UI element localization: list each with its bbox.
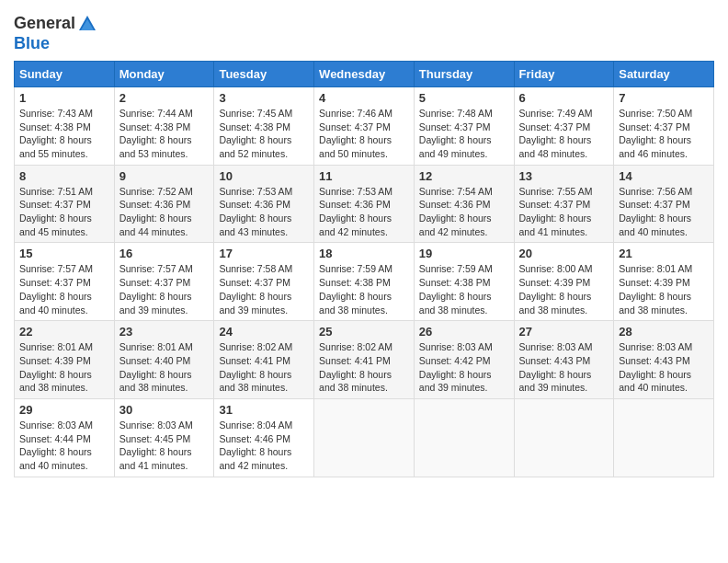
- day-number: 30: [119, 403, 210, 417]
- cell-content: Sunrise: 7:53 AMSunset: 4:36 PMDaylight:…: [219, 186, 292, 237]
- day-number: 11: [319, 169, 409, 183]
- calendar-cell: 31Sunrise: 8:04 AMSunset: 4:46 PMDayligh…: [214, 398, 314, 477]
- day-number: 13: [519, 169, 609, 183]
- cell-content: Sunrise: 8:00 AMSunset: 4:39 PMDaylight:…: [519, 263, 593, 315]
- day-number: 7: [619, 91, 709, 105]
- cell-content: Sunrise: 7:57 AMSunset: 4:37 PMDaylight:…: [119, 263, 193, 315]
- day-number: 29: [19, 403, 109, 417]
- cell-content: Sunrise: 7:44 AMSunset: 4:38 PMDaylight:…: [119, 108, 193, 159]
- cell-content: Sunrise: 8:02 AMSunset: 4:41 PMDaylight:…: [219, 341, 292, 393]
- day-number: 25: [319, 325, 409, 339]
- day-number: 6: [519, 91, 609, 105]
- cell-content: Sunrise: 7:55 AMSunset: 4:37 PMDaylight:…: [519, 186, 593, 237]
- logo-blue: Blue: [14, 34, 97, 53]
- cell-content: Sunrise: 7:51 AMSunset: 4:37 PMDaylight:…: [19, 186, 93, 237]
- calendar-cell: 25Sunrise: 8:02 AMSunset: 4:41 PMDayligh…: [314, 321, 415, 399]
- logo-text: General Blue: [14, 14, 97, 53]
- cell-content: Sunrise: 8:03 AMSunset: 4:43 PMDaylight:…: [619, 341, 692, 393]
- calendar-cell: 2Sunrise: 7:44 AMSunset: 4:38 PMDaylight…: [114, 86, 214, 165]
- calendar-cell: 28Sunrise: 8:03 AMSunset: 4:43 PMDayligh…: [614, 321, 714, 399]
- calendar-week-1: 1Sunrise: 7:43 AMSunset: 4:38 PMDaylight…: [15, 86, 714, 165]
- header: General Blue: [14, 9, 714, 53]
- calendar-cell: 11Sunrise: 7:53 AMSunset: 4:36 PMDayligh…: [314, 165, 415, 243]
- cell-content: Sunrise: 7:59 AMSunset: 4:38 PMDaylight:…: [319, 263, 392, 315]
- cell-content: Sunrise: 8:03 AMSunset: 4:42 PMDaylight:…: [419, 341, 493, 393]
- day-number: 19: [419, 247, 509, 260]
- calendar-week-3: 15Sunrise: 7:57 AMSunset: 4:37 PMDayligh…: [15, 243, 714, 321]
- calendar-cell: 12Sunrise: 7:54 AMSunset: 4:36 PMDayligh…: [414, 165, 514, 243]
- cell-content: Sunrise: 7:57 AMSunset: 4:37 PMDaylight:…: [19, 263, 93, 315]
- calendar-cell: 27Sunrise: 8:03 AMSunset: 4:43 PMDayligh…: [514, 321, 614, 399]
- day-number: 16: [119, 247, 210, 260]
- calendar-cell: 4Sunrise: 7:46 AMSunset: 4:37 PMDaylight…: [314, 86, 415, 165]
- day-number: 31: [219, 403, 309, 417]
- calendar-cell: 7Sunrise: 7:50 AMSunset: 4:37 PMDaylight…: [614, 86, 714, 165]
- main-container: General Blue SundayMondayTuesdayWednesda…: [0, 0, 728, 487]
- day-number: 4: [319, 91, 409, 105]
- day-number: 8: [19, 169, 109, 183]
- calendar-cell: [514, 398, 614, 477]
- day-number: 5: [419, 91, 509, 105]
- calendar-cell: 6Sunrise: 7:49 AMSunset: 4:37 PMDaylight…: [514, 86, 614, 165]
- cell-content: Sunrise: 7:49 AMSunset: 4:37 PMDaylight:…: [519, 108, 593, 159]
- weekday-monday: Monday: [114, 61, 214, 86]
- calendar-cell: 15Sunrise: 7:57 AMSunset: 4:37 PMDayligh…: [15, 243, 115, 321]
- day-number: 18: [319, 247, 409, 260]
- cell-content: Sunrise: 7:58 AMSunset: 4:37 PMDaylight:…: [219, 263, 292, 315]
- day-number: 3: [219, 91, 309, 105]
- calendar-cell: 16Sunrise: 7:57 AMSunset: 4:37 PMDayligh…: [114, 243, 214, 321]
- weekday-saturday: Saturday: [614, 61, 714, 86]
- calendar-week-5: 29Sunrise: 8:03 AMSunset: 4:44 PMDayligh…: [15, 398, 714, 477]
- calendar-cell: 20Sunrise: 8:00 AMSunset: 4:39 PMDayligh…: [514, 243, 614, 321]
- day-number: 28: [619, 325, 709, 339]
- calendar-cell: 13Sunrise: 7:55 AMSunset: 4:37 PMDayligh…: [514, 165, 614, 243]
- cell-content: Sunrise: 7:54 AMSunset: 4:36 PMDaylight:…: [419, 186, 493, 237]
- cell-content: Sunrise: 7:59 AMSunset: 4:38 PMDaylight:…: [419, 263, 493, 315]
- day-number: 20: [519, 247, 609, 260]
- weekday-header-row: SundayMondayTuesdayWednesdayThursdayFrid…: [15, 61, 714, 86]
- calendar-cell: 19Sunrise: 7:59 AMSunset: 4:38 PMDayligh…: [414, 243, 514, 321]
- calendar-cell: 26Sunrise: 8:03 AMSunset: 4:42 PMDayligh…: [414, 321, 514, 399]
- calendar-table: SundayMondayTuesdayWednesdayThursdayFrid…: [14, 61, 714, 477]
- calendar-cell: 22Sunrise: 8:01 AMSunset: 4:39 PMDayligh…: [15, 321, 115, 399]
- cell-content: Sunrise: 8:01 AMSunset: 4:40 PMDaylight:…: [119, 341, 193, 393]
- cell-content: Sunrise: 7:50 AMSunset: 4:37 PMDaylight:…: [619, 108, 692, 159]
- weekday-thursday: Thursday: [414, 61, 514, 86]
- weekday-sunday: Sunday: [15, 61, 115, 86]
- calendar-cell: 29Sunrise: 8:03 AMSunset: 4:44 PMDayligh…: [15, 398, 115, 477]
- cell-content: Sunrise: 7:45 AMSunset: 4:38 PMDaylight:…: [219, 108, 292, 159]
- cell-content: Sunrise: 7:52 AMSunset: 4:36 PMDaylight:…: [119, 186, 193, 237]
- day-number: 17: [219, 247, 309, 260]
- day-number: 2: [119, 91, 210, 105]
- day-number: 24: [219, 325, 309, 339]
- cell-content: Sunrise: 7:43 AMSunset: 4:38 PMDaylight:…: [19, 108, 93, 159]
- calendar-cell: 18Sunrise: 7:59 AMSunset: 4:38 PMDayligh…: [314, 243, 415, 321]
- calendar-week-4: 22Sunrise: 8:01 AMSunset: 4:39 PMDayligh…: [15, 321, 714, 399]
- calendar-cell: [614, 398, 714, 477]
- calendar-cell: 3Sunrise: 7:45 AMSunset: 4:38 PMDaylight…: [214, 86, 314, 165]
- calendar-cell: 14Sunrise: 7:56 AMSunset: 4:37 PMDayligh…: [614, 165, 714, 243]
- day-number: 10: [219, 169, 309, 183]
- logo: General Blue: [14, 14, 97, 53]
- weekday-wednesday: Wednesday: [314, 61, 415, 86]
- cell-content: Sunrise: 8:01 AMSunset: 4:39 PMDaylight:…: [19, 341, 93, 393]
- cell-content: Sunrise: 7:53 AMSunset: 4:36 PMDaylight:…: [319, 186, 392, 237]
- cell-content: Sunrise: 8:01 AMSunset: 4:39 PMDaylight:…: [619, 263, 692, 315]
- day-number: 1: [19, 91, 109, 105]
- cell-content: Sunrise: 8:03 AMSunset: 4:44 PMDaylight:…: [19, 419, 93, 471]
- weekday-tuesday: Tuesday: [214, 61, 314, 86]
- day-number: 9: [119, 169, 210, 183]
- day-number: 14: [619, 169, 709, 183]
- calendar-cell: 1Sunrise: 7:43 AMSunset: 4:38 PMDaylight…: [15, 86, 115, 165]
- cell-content: Sunrise: 8:04 AMSunset: 4:46 PMDaylight:…: [219, 419, 292, 471]
- calendar-cell: [414, 398, 514, 477]
- cell-content: Sunrise: 8:03 AMSunset: 4:45 PMDaylight:…: [119, 419, 193, 471]
- calendar-cell: 24Sunrise: 8:02 AMSunset: 4:41 PMDayligh…: [214, 321, 314, 399]
- calendar-cell: 21Sunrise: 8:01 AMSunset: 4:39 PMDayligh…: [614, 243, 714, 321]
- cell-content: Sunrise: 8:03 AMSunset: 4:43 PMDaylight:…: [519, 341, 593, 393]
- calendar-cell: [314, 398, 415, 477]
- day-number: 12: [419, 169, 509, 183]
- weekday-friday: Friday: [514, 61, 614, 86]
- day-number: 26: [419, 325, 509, 339]
- calendar-cell: 23Sunrise: 8:01 AMSunset: 4:40 PMDayligh…: [114, 321, 214, 399]
